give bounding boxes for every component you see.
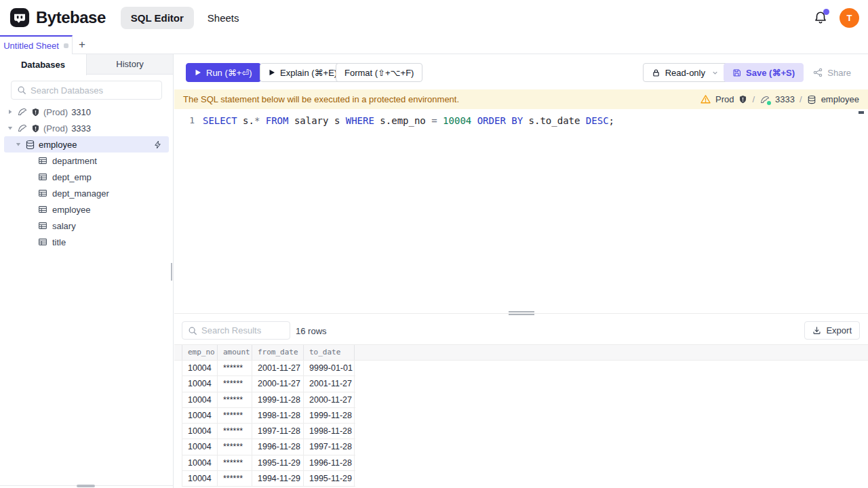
- cell-from-date[interactable]: 1996-11-28: [252, 439, 304, 454]
- breadcrumb-separator: /: [752, 94, 755, 104]
- cell-emp-no[interactable]: 10004: [182, 471, 218, 486]
- table-row[interactable]: 10004 ****** 2001-11-27 9999-01-01: [182, 361, 355, 376]
- cell-amount[interactable]: ******: [218, 455, 252, 470]
- cell-from-date[interactable]: 1994-11-29: [252, 471, 304, 486]
- cell-amount[interactable]: ******: [218, 439, 252, 454]
- share-button[interactable]: Share: [804, 63, 860, 82]
- warning-icon: [701, 94, 711, 104]
- run-button[interactable]: Run (⌘+⏎): [186, 63, 261, 82]
- chevron-right-icon[interactable]: [7, 109, 14, 115]
- cell-from-date[interactable]: 1995-11-29: [252, 455, 304, 470]
- play-icon: [269, 69, 275, 76]
- tree-instance-3310[interactable]: (Prod) 3310: [0, 104, 173, 120]
- panel-resize-handle[interactable]: [509, 311, 534, 315]
- tree-table-title[interactable]: title: [0, 234, 173, 250]
- table-row[interactable]: 10004 ****** 1999-11-28 2000-11-27: [182, 392, 355, 408]
- export-button[interactable]: Export: [804, 321, 860, 340]
- cell-amount[interactable]: ******: [218, 424, 252, 439]
- cell-to-date[interactable]: 2001-11-27: [304, 376, 355, 391]
- notifications-button[interactable]: [813, 10, 828, 25]
- column-header-amount[interactable]: amount: [218, 345, 252, 360]
- sql-editor[interactable]: 1 SELECT s.* FROM salary s WHERE s.emp_n…: [174, 109, 868, 313]
- cell-emp-no[interactable]: 10004: [182, 455, 218, 470]
- table-icon: [38, 188, 47, 198]
- table-icon: [38, 221, 47, 230]
- cell-to-date[interactable]: 1998-11-28: [304, 424, 355, 439]
- export-label: Export: [826, 325, 852, 336]
- readonly-mode-select[interactable]: Read-only: [643, 63, 728, 82]
- save-button[interactable]: Save (⌘+S): [724, 63, 804, 82]
- cell-to-date[interactable]: 1997-11-28: [304, 439, 355, 454]
- cell-emp-no[interactable]: 10004: [182, 439, 218, 454]
- table-icon: [38, 156, 47, 165]
- chevron-down-icon: [711, 69, 719, 77]
- cell-from-date[interactable]: 1997-11-28: [252, 424, 304, 439]
- chevron-down-icon[interactable]: [7, 125, 14, 131]
- cell-emp-no[interactable]: 10004: [182, 408, 218, 423]
- table-row[interactable]: 10004 ****** 1994-11-29 1995-11-29: [182, 471, 355, 487]
- tree-database-employee[interactable]: employee: [4, 136, 169, 152]
- tab-history[interactable]: History: [87, 54, 173, 74]
- database-search[interactable]: [11, 81, 162, 100]
- search-results-input[interactable]: [201, 325, 284, 336]
- nav-sql-editor[interactable]: SQL Editor: [121, 7, 194, 29]
- table-row[interactable]: 10004 ****** 1998-11-28 1999-11-28: [182, 408, 355, 424]
- cell-amount[interactable]: ******: [218, 361, 252, 375]
- app-root: Bytebase SQL Editor Sheets T Untitled Sh…: [0, 0, 868, 488]
- table-icon: [38, 172, 47, 182]
- cell-emp-no[interactable]: 10004: [182, 361, 218, 375]
- tab-untitled-sheet[interactable]: Untitled Sheet: [0, 35, 73, 54]
- table-name: department: [52, 156, 97, 166]
- table-row[interactable]: 10004 ****** 1995-11-29 1996-11-28: [182, 455, 355, 471]
- cell-from-date[interactable]: 1998-11-28: [252, 408, 304, 423]
- tree-table-department[interactable]: department: [0, 152, 173, 169]
- connection-breadcrumb: Prod / 3333 /: [701, 94, 859, 105]
- cell-emp-no[interactable]: 10004: [182, 392, 218, 407]
- cell-emp-no[interactable]: 10004: [182, 424, 218, 439]
- tab-databases[interactable]: Databases: [0, 54, 87, 75]
- results-search[interactable]: [182, 321, 290, 340]
- save-label: Save (⌘+S): [746, 68, 795, 78]
- table-row[interactable]: 10004 ****** 2000-11-27 2001-11-27: [182, 376, 355, 392]
- tree-table-salary[interactable]: salary: [0, 218, 173, 234]
- column-header-emp-no[interactable]: emp_no: [182, 345, 218, 360]
- share-icon: [813, 68, 823, 77]
- tree-instance-3333[interactable]: (Prod) 3333: [0, 120, 173, 136]
- add-sheet-button[interactable]: +: [73, 35, 91, 54]
- avatar[interactable]: T: [840, 8, 859, 28]
- cell-from-date[interactable]: 1999-11-28: [252, 392, 304, 407]
- panel-divider: [174, 313, 868, 319]
- cell-from-date[interactable]: 2000-11-27: [252, 376, 304, 391]
- cell-amount[interactable]: ******: [218, 408, 252, 423]
- tree-table-dept-emp[interactable]: dept_emp: [0, 169, 173, 185]
- table-row[interactable]: 10004 ****** 1996-11-28 1997-11-28: [182, 439, 355, 455]
- cell-amount[interactable]: ******: [218, 376, 252, 391]
- line-number: 1: [174, 115, 203, 125]
- run-label: Run (⌘+⏎): [206, 68, 252, 78]
- cell-to-date[interactable]: 1996-11-28: [304, 455, 355, 470]
- cell-to-date[interactable]: 1995-11-29: [304, 471, 355, 486]
- sidebar-hscroll-handle[interactable]: [77, 485, 95, 487]
- explain-label: Explain (⌘+E): [280, 68, 337, 78]
- cell-to-date[interactable]: 2000-11-27: [304, 392, 355, 407]
- connect-bolt-icon[interactable]: [153, 140, 162, 149]
- format-button[interactable]: Format (⇧+⌥+F): [336, 63, 422, 82]
- table-row[interactable]: 10004 ****** 1997-11-28 1998-11-28: [182, 424, 355, 439]
- lock-icon: [652, 68, 660, 77]
- column-header-to-date[interactable]: to_date: [304, 345, 355, 360]
- column-header-from-date[interactable]: from_date: [252, 345, 304, 360]
- cell-amount[interactable]: ******: [218, 392, 252, 407]
- nav-sheets[interactable]: Sheets: [208, 12, 239, 24]
- cell-emp-no[interactable]: 10004: [182, 376, 218, 391]
- search-databases-input[interactable]: [31, 85, 156, 96]
- cell-amount[interactable]: ******: [218, 471, 252, 486]
- tree-table-dept-manager[interactable]: dept_manager: [0, 185, 173, 201]
- brand-name: Bytebase: [36, 8, 106, 27]
- tree-table-employee[interactable]: employee: [0, 201, 173, 218]
- chevron-down-icon[interactable]: [15, 142, 22, 147]
- cell-to-date[interactable]: 1999-11-28: [304, 408, 355, 423]
- main-panel: Run (⌘+⏎) Explain (⌘+E) Format (⇧+⌥+F) R…: [174, 54, 868, 488]
- cell-to-date[interactable]: 9999-01-01: [304, 361, 355, 375]
- explain-button[interactable]: Explain (⌘+E): [260, 63, 346, 82]
- cell-from-date[interactable]: 2001-11-27: [252, 361, 304, 375]
